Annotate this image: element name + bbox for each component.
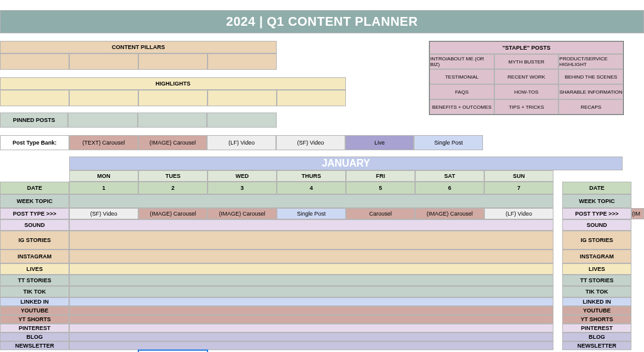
row-label-tt-stories: TT STORIES [0,275,69,286]
row-label-pinterest: PINTEREST [0,324,69,333]
dow-cell: SAT [415,170,484,182]
post-type-option[interactable]: Live [345,135,414,150]
staple-posts-table: "STAPLE" POSTS INTRO/ABOUT ME (OR BIZ) M… [429,41,624,115]
date-cell[interactable]: 1 [69,182,138,194]
row-label-sound: SOUND [0,219,69,231]
content-pillars-header: CONTENT PILLARS [0,41,277,53]
post-type-option[interactable]: (TEXT) Carousel [69,135,138,150]
pinned-post-cell[interactable] [207,113,277,128]
row-label-lives: LIVES [0,263,69,275]
week-topic-cell[interactable] [69,194,553,208]
pinned-post-cell[interactable] [138,113,208,128]
highlight-cell[interactable] [208,90,277,106]
pinned-post-cell[interactable] [68,113,138,128]
staple-cell[interactable]: PRODUCT/SERVICE HIGHLIGHT [558,54,623,69]
month-header: JANUARY [69,157,623,170]
post-type-option[interactable]: (SF) Video [276,135,345,150]
post-type-bank: Post Type Bank: (TEXT) Carousel (IMAGE) … [0,135,483,150]
row-label-ig-stories-right: IG STORIES [562,231,631,250]
tt-stories-row: TT STORIES TT STORIES [0,275,644,286]
row-label-youtube: YOUTUBE [0,306,69,315]
staple-cell[interactable]: BEHIND THE SCENES [558,69,623,84]
highlight-cell[interactable] [69,90,138,106]
post-type-row: POST TYPE >>> (SF) Video (IMAGE) Carouse… [0,208,644,219]
row-label-linkedin: LINKED IN [0,297,69,306]
staple-cell[interactable]: RECAPS [558,99,623,114]
row-label-ig-stories: IG STORIES [0,231,69,250]
ig-stories-row: IG STORIES IG STORIES [0,231,644,250]
staple-cell[interactable]: TESTIMONIAL [430,69,494,84]
row-label-newsletter-right: NEWSLETTER [562,341,631,350]
date-cell[interactable]: 5 [346,182,415,194]
lives-row: LIVES LIVES [0,263,644,275]
row-label-instagram-right: INSTAGRAM [562,250,631,263]
post-type-cell[interactable]: (LF) Video [484,208,553,219]
sound-row: SOUND SOUND [0,219,644,231]
row-label-tiktok: TIK TOK [0,286,69,297]
staple-cell[interactable]: SHARABLE INFORMATION [558,84,623,99]
post-type-option[interactable]: (IMAGE) Carousel [138,135,208,150]
lives-cell[interactable] [69,263,553,275]
tiktok-row: TIK TOK TIK TOK [0,286,644,297]
date-cell[interactable]: 3 [208,182,277,194]
sound-cell[interactable] [69,219,553,231]
row-label-date: DATE [0,182,69,194]
staple-cell[interactable]: HOW-TOS [494,84,559,99]
pillar-cell[interactable] [0,53,69,70]
date-cell[interactable]: 2 [138,182,208,194]
post-type-cell[interactable]: (SF) Video [69,208,138,219]
pillar-cell[interactable] [138,53,208,70]
pinterest-cell[interactable] [69,324,553,333]
staple-cell[interactable]: INTRO/ABOUT ME (OR BIZ) [430,54,494,69]
row-label-newsletter: NEWSLETTER [0,341,69,350]
newsletter-row: NEWSLETTER NEWSLETTER [0,341,644,350]
content-pillars-row [0,53,277,70]
post-type-option[interactable]: Single Post [414,135,483,150]
row-label-post-type: POST TYPE >>> [0,208,69,219]
youtube-cell[interactable] [69,306,553,315]
staple-posts-header: "STAPLE" POSTS [430,41,623,54]
dow-cell: SUN [484,170,553,182]
tt-stories-cell[interactable] [69,275,553,286]
post-type-cell[interactable]: (IMAGE) Carousel [415,208,484,219]
date-cell[interactable]: 4 [277,182,346,194]
highlight-cell[interactable] [138,90,208,106]
post-type-cell[interactable]: Single Post [277,208,346,219]
post-type-cell[interactable]: Carousel [346,208,415,219]
days-of-week-row: MON TUES WED THURS FRI SAT SUN [0,170,644,182]
dow-cell: FRI [346,170,415,182]
staple-cell[interactable]: FAQS [430,84,494,99]
staple-cell[interactable]: MYTH BUSTER [494,54,559,69]
pinned-posts-label: PINNED POSTS [0,113,68,128]
tiktok-cell[interactable] [69,286,553,297]
post-type-bank-label: Post Type Bank: [0,135,69,150]
pillar-cell[interactable] [208,53,277,70]
linkedin-row: LINKED IN LINKED IN [0,297,644,306]
yt-shorts-row: YT SHORTS YT SHORTS [0,315,644,324]
ig-stories-cell[interactable] [69,231,553,250]
post-type-option[interactable]: (LF) Video [207,135,276,150]
yt-shorts-cell[interactable] [69,315,553,324]
page-title-banner: 2024 | Q1 CONTENT PLANNER [0,10,644,33]
pillar-cell[interactable] [69,53,138,70]
dow-cell: WED [208,170,277,182]
staple-cell[interactable]: TIPS + TRICKS [494,99,559,114]
staple-cell[interactable]: BENEFITS + OUTCOMES [430,99,494,114]
date-cell[interactable]: 7 [484,182,553,194]
post-type-cell[interactable]: (IMAGE) Carousel [138,208,208,219]
linkedin-cell[interactable] [69,297,553,306]
row-label-pinterest-right: PINTEREST [562,324,631,333]
newsletter-cell[interactable] [69,341,553,350]
blog-cell[interactable] [69,333,553,341]
row-label-linkedin-right: LINKED IN [562,297,631,306]
row-label-blog: BLOG [0,333,69,341]
row-label-tiktok-right: TIK TOK [562,286,631,297]
post-type-cell[interactable]: (IMAGE) Carousel [208,208,277,219]
staple-cell[interactable]: RECENT WORK [494,69,559,84]
week-topic-row: WEEK TOPIC WEEK TOPIC [0,194,644,208]
instagram-cell[interactable] [69,250,553,263]
instagram-row: INSTAGRAM INSTAGRAM [0,250,644,263]
highlight-cell[interactable] [0,90,69,106]
date-cell[interactable]: 6 [415,182,484,194]
post-type-peek[interactable]: (IM [631,208,644,219]
